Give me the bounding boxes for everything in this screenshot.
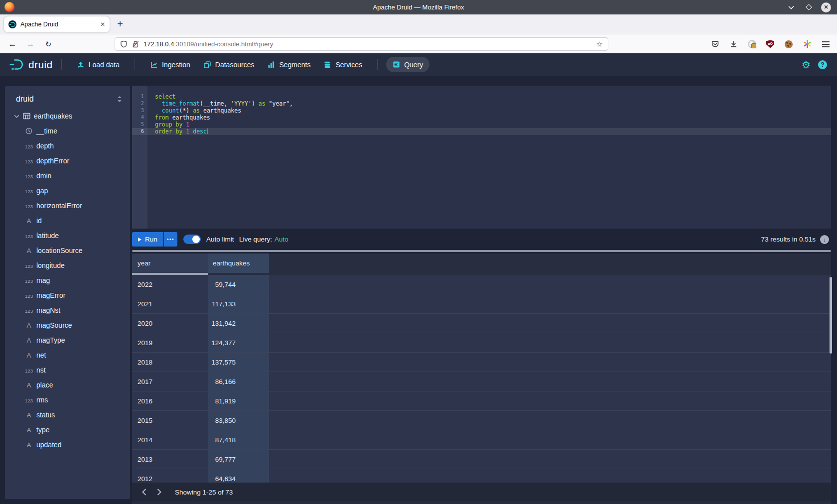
services-icon (323, 61, 331, 69)
next-page-icon[interactable] (153, 486, 165, 498)
sql-line-1[interactable]: select (147, 93, 831, 100)
druid-favicon-icon (8, 20, 16, 28)
cell-earthquakes: 83,850 (208, 411, 269, 430)
run-button[interactable]: Run (132, 232, 163, 247)
nav-item-label: Load data (89, 61, 120, 69)
nav-item-label: Datasources (215, 61, 255, 69)
pocket-icon[interactable] (710, 40, 719, 49)
sidebar-column-nst[interactable]: 123nst (5, 363, 130, 378)
nav-item-ingestion[interactable]: Ingestion (143, 57, 197, 72)
sidebar-column-dmin[interactable]: 123dmin (5, 168, 130, 183)
ublock-origin-icon[interactable]: uO (766, 40, 775, 49)
prev-page-icon[interactable] (138, 486, 150, 498)
sql-line-5[interactable]: group by 1 (147, 121, 831, 128)
number-type-icon: 123 (23, 232, 35, 240)
menu-icon[interactable] (821, 40, 830, 49)
sidebar-column-horizontalError[interactable]: 123horizontalError (5, 198, 130, 213)
nav-item-segments[interactable]: Segments (261, 57, 317, 72)
sql-line-4[interactable]: from earthquakes (147, 114, 831, 121)
cell-year: 2013 (132, 450, 208, 469)
tracking-shield-icon[interactable] (120, 40, 128, 48)
vertical-scrollbar[interactable] (830, 277, 832, 354)
horizontal-scrollbar[interactable] (132, 250, 831, 252)
string-type-icon: A (23, 321, 35, 329)
sidebar-column-type[interactable]: Atype (5, 422, 130, 437)
new-tab-button[interactable]: + (114, 18, 127, 31)
column-name: id (36, 217, 42, 225)
editor-code[interactable]: select time_format(__time, 'YYYY') as "y… (147, 86, 831, 229)
nav-item-query[interactable]: Query (386, 57, 429, 72)
column-name: latitude (36, 232, 59, 240)
druid-logo[interactable]: druid (9, 58, 53, 71)
sidebar-column-locationSource[interactable]: AlocationSource (5, 243, 130, 258)
forward-button[interactable]: → (24, 38, 37, 51)
pagination-bar: Showing 1-25 of 73 (132, 483, 831, 502)
sql-editor[interactable]: 123456 select time_format(__time, 'YYYY'… (132, 86, 831, 229)
column-name: locationSource (36, 247, 83, 254)
sidebar-column-magNst[interactable]: 123magNst (5, 303, 130, 318)
sidebar-table-earthquakes[interactable]: earthquakes (5, 109, 130, 124)
sidebar-column-gap[interactable]: 123gap (5, 183, 130, 198)
sql-line-6[interactable]: order by 1 desc (147, 128, 831, 135)
sidebar-column-magSource[interactable]: AmagSource (5, 318, 130, 333)
table-row: 202259,744 (132, 275, 831, 294)
sql-line-3[interactable]: count(*) as earthquakes (147, 107, 831, 114)
column-header-year[interactable]: year (132, 253, 208, 273)
sidebar-column-longitude[interactable]: 123longitude (5, 258, 130, 273)
auto-limit-toggle[interactable] (183, 235, 201, 244)
number-type-icon: 123 (23, 172, 35, 180)
sidebar-column-updated[interactable]: Aupdated (5, 437, 130, 452)
cell-earthquakes: 124,377 (208, 333, 269, 352)
url-host: 172.18.0.4 (143, 40, 174, 48)
column-header-earthquakes[interactable]: earthquakes (208, 253, 269, 273)
sidebar-column-__time[interactable]: __time (5, 124, 130, 138)
sidebar-column-depth[interactable]: 123depth (5, 138, 130, 153)
sidebar-column-latitude[interactable]: 123latitude (5, 228, 130, 243)
sidebar-column-place[interactable]: Aplace (5, 378, 130, 392)
column-name: horizontalError (36, 202, 82, 210)
download-results-icon[interactable]: ↓ (820, 235, 829, 244)
privacy-badger-icon[interactable] (747, 40, 756, 49)
window-close-button[interactable]: ✕ (821, 2, 831, 12)
sidebar-column-rms[interactable]: 123rms (5, 392, 130, 407)
table-row: 2019124,377 (132, 333, 831, 353)
sidebar-column-magError[interactable]: 123magError (5, 288, 130, 303)
reload-button[interactable]: ↻ (42, 38, 55, 51)
nav-item-label: Segments (279, 61, 310, 69)
cookie-extension-icon[interactable] (784, 40, 793, 49)
table-row: 201487,418 (132, 430, 831, 450)
sidebar-column-id[interactable]: Aid (5, 213, 130, 228)
nav-item-services[interactable]: Services (317, 57, 369, 72)
live-query-value[interactable]: Auto (275, 236, 288, 243)
cell-earthquakes: 137,575 (208, 353, 269, 372)
sidebar-column-net[interactable]: Anet (5, 348, 130, 363)
string-type-icon: A (23, 217, 35, 225)
column-name: gap (36, 187, 48, 195)
nav-item-datasources[interactable]: Datasources (197, 57, 261, 72)
back-button[interactable]: ← (6, 38, 19, 51)
run-more-button[interactable]: ••• (164, 232, 177, 247)
help-icon[interactable]: ? (818, 60, 827, 69)
double-caret-sort-icon[interactable] (117, 96, 122, 103)
live-query-control[interactable]: Live query: Auto (239, 232, 288, 247)
sql-line-2[interactable]: time_format(__time, 'YYYY') as "year", (147, 100, 831, 107)
url-bar[interactable]: 172.18.0.4:30109/unified-console.html#qu… (115, 37, 608, 51)
sidebar-column-depthError[interactable]: 123depthError (5, 153, 130, 168)
insecure-lock-icon[interactable] (132, 40, 140, 48)
column-name: updated (36, 441, 62, 449)
downloads-icon[interactable] (729, 40, 738, 49)
bookmark-star-icon[interactable]: ☆ (596, 40, 603, 49)
window-minimize-button[interactable] (786, 2, 796, 12)
column-name: magType (36, 336, 65, 344)
number-type-icon: 123 (23, 187, 35, 195)
sidebar-column-magType[interactable]: AmagType (5, 333, 130, 348)
sidebar-column-mag[interactable]: 123mag (5, 273, 130, 288)
browser-tab[interactable]: Apache Druid ✕ (4, 16, 110, 32)
nav-item-load-data[interactable]: Load data (70, 57, 126, 72)
query-icon (393, 61, 400, 68)
window-maximize-button[interactable] (804, 2, 814, 12)
settings-gear-icon[interactable]: ⚙ (802, 59, 811, 71)
sidebar-column-status[interactable]: Astatus (5, 407, 130, 422)
tab-close-icon[interactable]: ✕ (100, 21, 105, 28)
colorful-asterisk-extension-icon[interactable] (803, 40, 812, 49)
